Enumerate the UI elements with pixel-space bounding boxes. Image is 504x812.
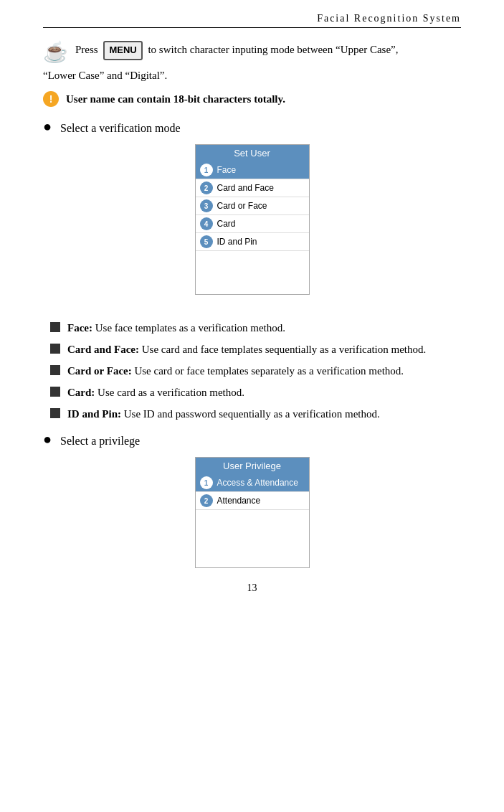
set-user-menu-wrapper: Set User 1 Face 2 Card and Face 3 Card o… — [43, 144, 461, 308]
desc-card-or-face-text: Card or Face: Use card or face templates… — [67, 362, 461, 379]
page-number: 13 — [43, 582, 461, 594]
privilege-bullet-title-row: ● Select a privilege — [43, 433, 461, 450]
privilege-section: ● Select a privilege User Privilege 1 Ac… — [43, 433, 461, 568]
desc-face-text: Face: Use face templates as a verificati… — [67, 319, 461, 336]
privilege-item-access-attendance: 1 Access & Attendance — [196, 474, 309, 492]
menu-item-label-face: Face — [217, 165, 237, 175]
menu-blank-space — [196, 251, 309, 294]
menu-item-num-2: 2 — [200, 181, 213, 194]
menu-button-image: MENU — [103, 41, 142, 60]
set-user-menu: Set User 1 Face 2 Card and Face 3 Card o… — [195, 144, 310, 295]
menu-item-card-and-face: 2 Card and Face — [196, 179, 309, 197]
menu-item-card: 4 Card — [196, 215, 309, 233]
set-user-menu-title: Set User — [196, 145, 309, 161]
menu-item-num-4: 4 — [200, 217, 213, 230]
press-label: Press — [75, 44, 98, 55]
desc-card: Card: Use card as a verification method. — [50, 384, 461, 401]
verification-bullet-title: Select a verification mode — [60, 120, 180, 137]
bullet-dot-verification: ● — [43, 118, 52, 135]
sq-icon-card — [50, 387, 60, 397]
term-id-and-pin: ID and Pin: — [67, 408, 121, 420]
privilege-bullet-title: Select a privilege — [60, 433, 140, 450]
privilege-item-num-2: 2 — [200, 494, 213, 507]
term-face: Face: — [67, 322, 92, 334]
menu-item-label-id-and-pin: ID and Pin — [217, 237, 257, 247]
privilege-item-attendance: 2 Attendance — [196, 492, 309, 510]
press-row: ☕ Press MENU to switch character inputin… — [43, 41, 461, 62]
page-number-text: 13 — [247, 582, 257, 593]
sq-icon-card-and-face — [50, 344, 60, 354]
verification-description-list: Face: Use face templates as a verificati… — [50, 319, 461, 422]
page-container: Facial Recognition System ☕ Press MENU t… — [0, 0, 504, 812]
sq-icon-card-or-face — [50, 365, 60, 375]
menu-item-face: 1 Face — [196, 161, 309, 179]
privilege-item-label-access-attendance: Access & Attendance — [217, 478, 298, 488]
verification-section: ● Select a verification mode Set User 1 … — [43, 120, 461, 422]
press-text: Press MENU to switch character inputing … — [75, 41, 461, 60]
header-title: Facial Recognition System — [317, 13, 461, 24]
term-card: Card: — [67, 387, 95, 398]
menu-item-label-card-and-face: Card and Face — [217, 183, 274, 193]
term-card-or-face: Card or Face: — [67, 365, 132, 377]
warning-text: User name can contain 18-bit characters … — [66, 93, 285, 105]
desc-card-or-face: Card or Face: Use card or face templates… — [50, 362, 461, 379]
warning-row: User name can contain 18-bit characters … — [43, 91, 461, 107]
verification-bullet-title-row: ● Select a verification mode — [43, 120, 461, 137]
menu-item-label-card: Card — [217, 219, 236, 229]
lower-case-line: “Lower Case” and “Digital”. — [43, 67, 461, 84]
privilege-menu-title: User Privilege — [196, 458, 309, 474]
privilege-item-num-1: 1 — [200, 476, 213, 489]
privilege-blank-space — [196, 510, 309, 567]
desc-id-and-pin: ID and Pin: Use ID and password sequenti… — [50, 405, 461, 422]
desc-id-and-pin-text: ID and Pin: Use ID and password sequenti… — [67, 405, 461, 422]
lower-case-text: “Lower Case” and “Digital”. — [43, 70, 167, 81]
menu-item-id-and-pin: 5 ID and Pin — [196, 233, 309, 251]
desc-card-text: Card: Use card as a verification method. — [67, 384, 461, 401]
user-privilege-menu-wrapper: User Privilege 1 Access & Attendance 2 A… — [43, 457, 461, 568]
menu-item-label-card-or-face: Card or Face — [217, 201, 267, 211]
coffee-icon: ☕ — [43, 42, 68, 62]
warning-icon — [43, 91, 59, 107]
desc-face: Face: Use face templates as a verificati… — [50, 319, 461, 336]
sq-icon-id-and-pin — [50, 408, 60, 418]
page-header: Facial Recognition System — [43, 13, 461, 28]
sq-icon-face — [50, 322, 60, 332]
term-card-and-face: Card and Face: — [67, 344, 139, 355]
privilege-item-label-attendance: Attendance — [217, 496, 261, 506]
menu-item-num-5: 5 — [200, 235, 213, 248]
user-privilege-menu: User Privilege 1 Access & Attendance 2 A… — [195, 457, 310, 568]
menu-item-num-1: 1 — [200, 164, 213, 176]
desc-card-and-face: Card and Face: Use card and face templat… — [50, 341, 461, 358]
menu-item-card-or-face: 3 Card or Face — [196, 197, 309, 215]
desc-card-and-face-text: Card and Face: Use card and face templat… — [67, 341, 461, 358]
menu-item-num-3: 3 — [200, 199, 213, 212]
bullet-dot-privilege: ● — [43, 431, 52, 448]
press-description: to switch character inputing mode betwee… — [146, 44, 399, 55]
